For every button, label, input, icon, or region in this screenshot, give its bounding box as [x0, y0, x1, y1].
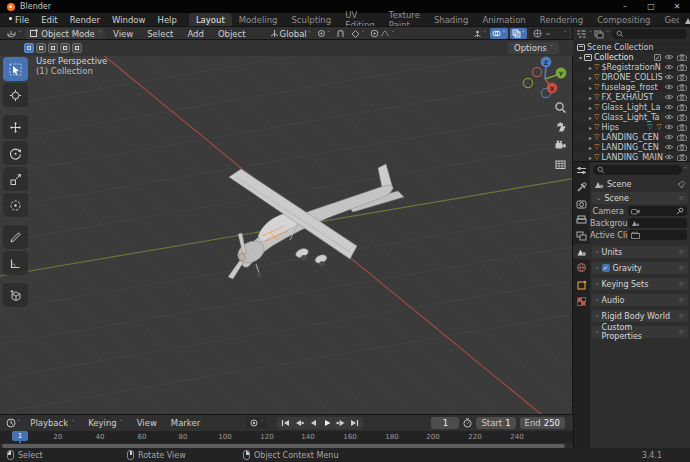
drag-grip-icon[interactable]: ≡ — [678, 280, 684, 288]
tab-view-layer-properties[interactable] — [573, 228, 590, 243]
hide-eye-icon[interactable] — [664, 114, 674, 120]
outliner-item[interactable]: ▸▽DRONE_COLLIS — [573, 72, 690, 82]
snap-toggle[interactable] — [334, 28, 347, 39]
hide-eye-icon[interactable] — [664, 144, 674, 150]
editor-type-button[interactable]: ˅ — [4, 28, 23, 39]
minimize-button[interactable]: – — [612, 2, 638, 11]
expand-arrow-icon[interactable]: ▸ — [587, 84, 594, 91]
hide-eye-icon[interactable] — [664, 134, 674, 140]
render-camera-icon[interactable] — [677, 124, 687, 131]
timeline-ruler[interactable]: 20 40 60 80 100 120 140 160 180 200 220 … — [0, 431, 573, 443]
navigation-gizmo[interactable]: Z Y X — [523, 57, 566, 98]
tool-scale[interactable] — [3, 167, 28, 191]
snap-target-selector[interactable]: ˅ — [349, 28, 366, 39]
pin-icon[interactable] — [677, 180, 686, 189]
active-clip-field[interactable] — [628, 230, 687, 240]
filter-icon[interactable]: ˅ — [684, 166, 687, 174]
select-mode-invert[interactable] — [60, 43, 70, 53]
tool-cursor[interactable] — [3, 83, 28, 107]
drag-grip-icon[interactable]: ≡ — [678, 312, 684, 320]
select-mode-set[interactable] — [24, 43, 34, 53]
background-field[interactable] — [628, 218, 687, 228]
render-camera-icon[interactable] — [677, 104, 687, 111]
outliner-item[interactable]: ▸▽LANDING_MAIN — [573, 152, 690, 162]
menu-view[interactable]: View — [107, 29, 139, 39]
xray-toggle[interactable]: ˅ — [510, 28, 527, 39]
current-frame-field[interactable]: 1 — [431, 417, 459, 429]
render-camera-icon[interactable] — [677, 84, 687, 91]
tab-modeling[interactable]: Modeling — [232, 13, 285, 27]
outliner-editor-icon[interactable] — [576, 29, 587, 39]
outliner-item[interactable]: ▸▽Glass_Light_Ta — [573, 112, 690, 122]
hide-eye-icon[interactable] — [664, 154, 674, 160]
shading-solid-button[interactable] — [546, 33, 550, 35]
frame-start-field[interactable]: Start1 — [476, 417, 515, 429]
render-camera-icon[interactable] — [677, 154, 687, 161]
tab-animation[interactable]: Animation — [475, 13, 532, 27]
tab-object-properties[interactable] — [573, 277, 590, 292]
previous-keyframe-button[interactable] — [294, 419, 304, 427]
outliner-search-input[interactable] — [612, 29, 688, 39]
drag-grip-icon[interactable]: ≡ — [678, 296, 684, 304]
menu-object[interactable]: Object — [212, 29, 252, 39]
hide-eye-icon[interactable] — [664, 64, 674, 70]
menu-help[interactable]: Help — [151, 13, 182, 27]
select-mode-extend[interactable] — [36, 43, 46, 53]
mode-selector[interactable]: Object Mode ˅ — [25, 28, 105, 39]
tab-tool-properties[interactable] — [573, 180, 590, 195]
tool-add-cube[interactable] — [3, 283, 28, 307]
render-camera-icon[interactable] — [677, 54, 687, 61]
tab-layout[interactable]: Layout — [189, 13, 232, 27]
hide-eye-icon[interactable] — [664, 54, 674, 60]
tab-sculpting[interactable]: Sculpting — [284, 13, 338, 27]
render-camera-icon[interactable] — [677, 94, 687, 101]
tab-world-properties[interactable] — [573, 260, 590, 275]
expand-arrow-icon[interactable]: ▸ — [587, 94, 594, 101]
close-button[interactable]: ✕ — [664, 2, 690, 11]
expand-arrow-icon[interactable]: ▸ — [587, 124, 594, 131]
expand-arrow-icon[interactable]: ▸ — [587, 134, 594, 141]
outliner-scene-collection[interactable]: Scene Collection — [573, 42, 690, 52]
render-camera-icon[interactable] — [677, 64, 687, 71]
drag-grip-icon[interactable]: ≡ — [678, 194, 684, 202]
select-mode-subtract[interactable] — [48, 43, 58, 53]
panel-gravity[interactable]: ›✓Gravity≡ — [592, 262, 688, 274]
outliner-collection[interactable]: ▾ Collection ✓ — [573, 52, 690, 62]
pan-hand-icon[interactable] — [553, 119, 567, 133]
tab-geometry-nodes[interactable]: Geo — [657, 13, 679, 27]
tool-select-box[interactable] — [3, 57, 28, 81]
render-camera-icon[interactable] — [677, 134, 687, 141]
expand-arrow-icon[interactable]: ▸ — [587, 144, 594, 151]
shading-rendered-button[interactable] — [558, 33, 562, 35]
panel-keying-sets[interactable]: ›Keying Sets≡ — [592, 278, 688, 290]
tab-shading[interactable]: Shading — [427, 13, 476, 27]
show-gizmo-toggle[interactable]: ˅ — [471, 28, 488, 39]
tool-transform[interactable] — [3, 193, 28, 217]
transform-orientation-selector[interactable]: Global ˅ — [268, 28, 313, 39]
auto-keying-button[interactable]: ˅ — [246, 417, 267, 429]
render-camera-icon[interactable] — [677, 144, 687, 151]
jump-to-start-button[interactable] — [280, 419, 290, 427]
camera-view-icon[interactable] — [553, 138, 567, 152]
pivot-point-selector[interactable]: ˅ — [315, 28, 332, 39]
next-keyframe-button[interactable] — [336, 419, 346, 427]
menu-render[interactable]: Render — [64, 13, 106, 27]
expand-arrow-icon[interactable]: ▸ — [587, 114, 594, 121]
zoom-icon[interactable] — [553, 100, 567, 114]
play-reverse-button[interactable] — [308, 419, 318, 427]
scene-selector[interactable]: ˅ Scene ✕ — [681, 14, 690, 26]
tool-move[interactable] — [3, 115, 28, 139]
hide-eye-icon[interactable] — [664, 74, 674, 80]
outliner-item[interactable]: ▸▽fuselage_frost — [573, 82, 690, 92]
render-camera-icon[interactable] — [677, 114, 687, 121]
hide-eye-icon[interactable] — [664, 104, 674, 110]
playhead[interactable]: 1 — [12, 431, 28, 441]
gravity-checkbox[interactable]: ✓ — [602, 264, 610, 272]
expand-arrow-icon[interactable]: ▸ — [587, 74, 594, 81]
drag-grip-icon[interactable]: ≡ — [678, 264, 684, 272]
outliner-item[interactable]: ▸▽LANDING_CEN — [573, 142, 690, 152]
show-overlays-toggle[interactable]: ˅ — [490, 28, 507, 39]
expand-arrow-icon[interactable]: ▸ — [587, 104, 594, 111]
panel-units[interactable]: ›Units≡ — [592, 246, 688, 258]
panel-custom-properties[interactable]: ›Custom Properties≡ — [592, 326, 688, 338]
